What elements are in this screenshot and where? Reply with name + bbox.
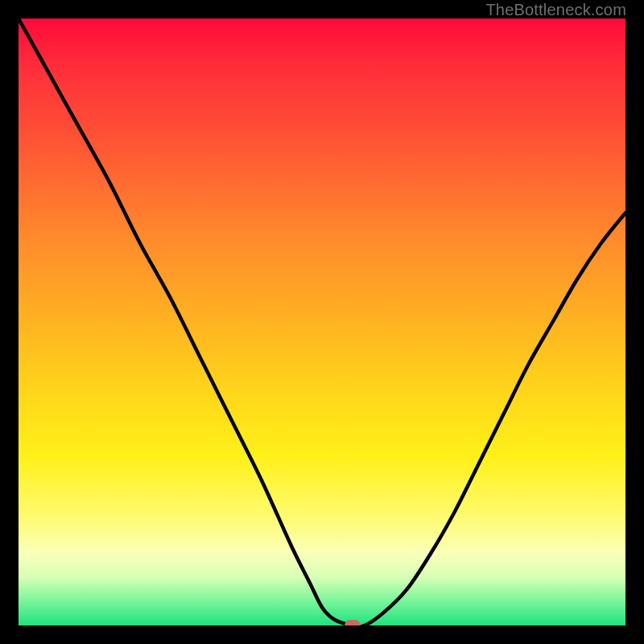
chart-frame: TheBottleneck.com	[0, 0, 644, 644]
bottleneck-curve	[19, 19, 625, 625]
watermark-text: TheBottleneck.com	[485, 1, 626, 19]
plot-area	[19, 19, 625, 625]
trough-marker	[345, 620, 361, 625]
